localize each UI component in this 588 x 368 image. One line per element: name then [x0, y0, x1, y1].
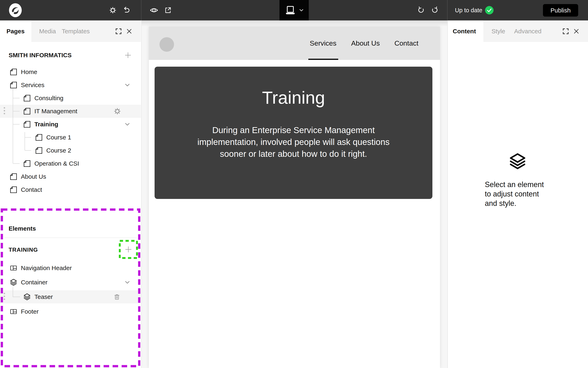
page-row-consulting[interactable]: Consulting	[0, 92, 164, 105]
page-row-services[interactable]: Services	[0, 79, 150, 92]
site-nav-contact[interactable]: Contact	[394, 27, 418, 60]
add-element-button[interactable]	[124, 245, 133, 254]
elements-divider	[4, 238, 137, 238]
chevron-down-icon	[124, 121, 131, 128]
page-icon	[23, 94, 31, 102]
delete-element-button[interactable]	[113, 293, 121, 301]
laptop-icon	[284, 4, 297, 17]
page-label: Consulting	[34, 95, 63, 101]
redo-button[interactable]	[430, 6, 439, 15]
add-page-button[interactable]	[124, 51, 132, 59]
site-settings-button[interactable]	[109, 6, 117, 14]
layout-icon	[10, 307, 18, 316]
teaser-block[interactable]: Training During an Enterprise Service Ma…	[154, 67, 432, 199]
element-label: Container	[21, 279, 48, 286]
app-logo[interactable]	[8, 3, 23, 18]
element-row-teaser[interactable]: Teaser	[0, 290, 164, 304]
exit-editor-button[interactable]	[122, 6, 131, 15]
empty-state-message: Select an element to adjust content and …	[485, 180, 550, 208]
back-arrow-icon	[122, 6, 131, 15]
fullscreen-icon	[115, 28, 122, 35]
publish-button[interactable]: Publish	[543, 4, 578, 17]
page-icon	[10, 186, 18, 194]
element-label: Navigation Header	[21, 265, 72, 272]
page-icon	[10, 81, 18, 89]
plus-icon	[124, 51, 132, 59]
top-bar: Up to date Publish	[0, 0, 588, 20]
eye-icon	[149, 6, 159, 15]
close-icon	[573, 28, 579, 34]
plus-icon	[124, 245, 133, 254]
page-label: Services	[21, 82, 44, 89]
close-icon	[126, 28, 132, 34]
close-panel-button[interactable]	[126, 28, 132, 34]
site-builder-window: Up to date Publish Pages Media Templates…	[0, 0, 588, 368]
tab-pages[interactable]: Pages	[7, 20, 25, 42]
topbar-divider	[141, 0, 142, 20]
device-preview-selector[interactable]	[280, 0, 309, 20]
page-row-about-us[interactable]: About Us	[0, 170, 150, 183]
page-row-contact[interactable]: Contact	[0, 183, 150, 196]
page-label: Training	[34, 121, 58, 128]
page-icon	[10, 68, 18, 76]
open-site-button[interactable]	[164, 6, 172, 15]
chevron-down-icon	[124, 279, 131, 286]
expand-panel-button[interactable]	[115, 28, 122, 35]
site-logo-placeholder[interactable]	[160, 37, 174, 52]
page-settings-button[interactable]	[113, 107, 121, 115]
teaser-body: During an Enterprise Service Management …	[193, 124, 394, 160]
chevron-down-icon	[124, 81, 131, 89]
collapse-chevron[interactable]	[124, 81, 131, 89]
page-row-operation-csi[interactable]: Operation & CSI	[0, 157, 164, 170]
element-row-footer[interactable]: Footer	[0, 305, 150, 318]
preview-button[interactable]	[149, 6, 159, 15]
tab-content[interactable]: Content	[453, 20, 476, 42]
page-label: About Us	[21, 173, 46, 180]
check-circle-icon	[485, 6, 494, 15]
page-icon	[23, 107, 31, 115]
chevron-down-icon	[298, 7, 304, 13]
collapse-chevron[interactable]	[124, 279, 131, 286]
layers-icon	[10, 278, 18, 286]
expand-inspector-button[interactable]	[562, 28, 569, 35]
gear-icon	[113, 107, 121, 115]
undo-icon	[416, 6, 425, 15]
page-row-it-management[interactable]: IT Management	[0, 105, 164, 118]
empty-state-illustration	[508, 152, 527, 171]
tab-style[interactable]: Style	[492, 20, 505, 42]
layers-icon	[508, 152, 527, 171]
tab-templates[interactable]: Templates	[62, 20, 90, 42]
pages-panel: Pages Media Templates SMITH INFORMATICS	[0, 20, 142, 368]
teaser-title: Training	[154, 88, 432, 108]
site-nav-about-us[interactable]: About Us	[351, 27, 380, 60]
drag-handle[interactable]	[4, 107, 5, 114]
element-row-navigation-header[interactable]: Navigation Header	[0, 261, 150, 275]
drag-handle[interactable]	[4, 293, 5, 300]
site-preview-page[interactable]: Services About Us Contact Training Durin…	[149, 27, 440, 368]
page-label: Course 1	[46, 134, 71, 141]
elements-heading: Elements	[9, 223, 36, 234]
collapse-chevron[interactable]	[124, 121, 131, 128]
page-label: IT Management	[34, 108, 77, 115]
fullscreen-icon	[562, 28, 569, 35]
page-row-training[interactable]: Training	[0, 118, 164, 131]
logo-swirl-icon	[8, 3, 23, 18]
page-icon	[35, 146, 43, 155]
page-label: Home	[21, 68, 37, 75]
undo-button[interactable]	[416, 6, 425, 15]
page-icon	[23, 159, 31, 168]
trash-icon	[113, 293, 121, 301]
site-header-block[interactable]: Services About Us Contact	[149, 27, 440, 60]
page-label: Operation & CSI	[34, 160, 79, 167]
tab-advanced[interactable]: Advanced	[514, 20, 541, 42]
site-name-heading: SMITH INFORMATICS	[9, 49, 72, 61]
elements-section-title: TRAINING	[9, 244, 38, 256]
page-row-home[interactable]: Home	[0, 65, 150, 79]
tab-media[interactable]: Media	[39, 20, 56, 42]
site-nav-services[interactable]: Services	[310, 27, 336, 60]
page-label: Course 2	[46, 147, 71, 154]
canvas-top-shadow	[142, 20, 447, 27]
close-inspector-button[interactable]	[573, 28, 579, 34]
topbar-divider-right	[447, 0, 448, 20]
element-row-container[interactable]: Container	[0, 276, 150, 289]
